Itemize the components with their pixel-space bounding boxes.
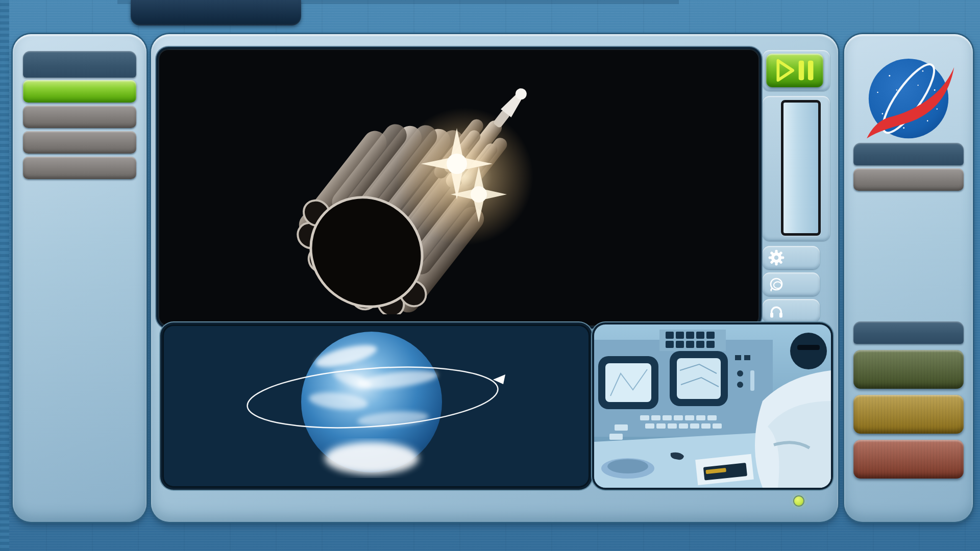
mission-control-app [0, 0, 980, 551]
orbit-map-panel [162, 324, 590, 488]
reliability-gauge-panel [763, 96, 830, 241]
rocket-scene-image [158, 49, 749, 314]
flight-controllers-header [23, 51, 136, 78]
flight-controllers-panel [13, 34, 146, 522]
mission-viewport [158, 49, 760, 327]
control-room-illustration [594, 324, 831, 488]
controller-button-booster[interactable] [23, 80, 136, 103]
empty-controller-slot [23, 157, 136, 179]
crew-status-panel [844, 34, 973, 522]
status-button-systems-nominal[interactable] [853, 350, 964, 389]
nasa-logo [861, 57, 956, 142]
reliability-gauge [781, 100, 821, 236]
play-pause-button[interactable] [766, 54, 823, 87]
controller-button-flight-director[interactable] [23, 131, 136, 154]
comms-button[interactable] [763, 299, 820, 322]
astronaut-helmet-icon [768, 276, 785, 293]
controller-empty-slots [23, 157, 136, 179]
orbit-markers-layer [162, 324, 590, 488]
status-indicator-light [794, 496, 803, 506]
headphones-icon [768, 302, 785, 319]
play-pause-icons [770, 57, 819, 84]
crew-empty-slots [853, 168, 964, 191]
main-panel [151, 34, 838, 522]
window-title-tab [131, 0, 301, 26]
gauge-label [762, 99, 777, 238]
pause-icon [799, 61, 804, 80]
status-button-failure[interactable] [853, 440, 964, 479]
controller-button-spacecraft-systems[interactable] [23, 106, 136, 128]
status-button-warning[interactable] [853, 395, 964, 434]
settings-button[interactable] [763, 246, 820, 269]
transport-panel [763, 50, 830, 91]
status-header [853, 321, 964, 344]
gauge-scale [783, 108, 818, 228]
gear-icon [768, 249, 785, 266]
flight-crew-header [853, 143, 964, 165]
empty-crew-slot [853, 168, 964, 191]
control-room-photo [594, 324, 831, 488]
play-icon [778, 61, 793, 80]
crew-helmet-button[interactable] [763, 272, 820, 296]
left-edge-decoration [0, 0, 9, 551]
